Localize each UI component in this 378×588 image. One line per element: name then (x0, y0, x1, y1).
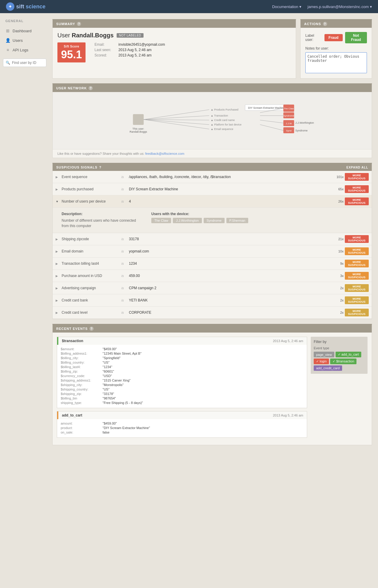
signal-name: Transaction billing last4 (62, 261, 121, 266)
expand-all-button[interactable]: EXPAND ALL (346, 166, 368, 169)
field-label: $shipping_city: (61, 383, 100, 387)
svg-text:▲ Platform for last device: ▲ Platform for last device (211, 123, 242, 126)
signal-row[interactable]: ▼ Number of users per device is 4 26x MO… (53, 195, 372, 208)
suspicious-signals-panel: SUSPICIOUS SIGNALS ? EXPAND ALL ▶ Event … (52, 163, 372, 319)
user-tag[interactable]: J.J.Worthington (173, 218, 202, 223)
signal-is: is (121, 274, 129, 278)
notes-textarea[interactable]: Cancelled order; Obvious fraudster (305, 52, 367, 73)
dashboard-icon: ⊞ (5, 28, 10, 33)
signal-name: Shipping zipcode (62, 237, 121, 241)
signal-value: yopmail.com (129, 249, 332, 253)
help-icon[interactable]: ? (77, 22, 81, 26)
field-label: $amount: (61, 347, 100, 351)
signal-value: DIY Scream Extractor Machine (129, 187, 332, 191)
filter-tag[interactable]: add_credit_card (314, 365, 342, 371)
field-label: $billing_last4: (61, 365, 100, 369)
fraud-button[interactable]: Fraud (324, 34, 343, 41)
email-field-row: Email: invisible26451@yopmail.com (94, 42, 291, 47)
field-value: "Free Shipping (5 - 8 days)" (103, 401, 143, 405)
signal-row[interactable]: ▶ Purchase amount in USD is 459.00 3x MO… (53, 270, 372, 282)
svg-line-18 (260, 125, 284, 131)
signals-header: SUSPICIOUS SIGNALS ? EXPAND ALL (53, 164, 372, 171)
filter-tag[interactable]: ✓ add_to_cart (336, 352, 361, 357)
event-field-row: $shipping_city: "Monstropolis" (61, 383, 303, 387)
signal-is: is (121, 298, 129, 302)
logo: ✦ sift science (6, 2, 45, 11)
filter-panel: Filter by Event type page_view✓ add_to_c… (311, 337, 368, 441)
signal-arrow: ▶ (56, 274, 60, 278)
feedback-link[interactable]: feedback@siftscience.com (145, 152, 185, 155)
signal-row[interactable]: ▶ Event sequence is /appliances, /bath, … (53, 171, 372, 183)
field-value: "DIY Scream Extractor Machine" (103, 426, 150, 430)
signal-value: YETI BANK (129, 298, 332, 302)
signal-row[interactable]: ▶ Products purchased is DIY Scream Extra… (53, 183, 372, 195)
user-tag[interactable]: P.Sherman (226, 218, 249, 223)
not-fraud-button[interactable]: Not Fraud (345, 32, 367, 43)
field-label: $shipping_address1: (61, 379, 100, 382)
users-icon: 👤 (5, 38, 10, 43)
user-menu[interactable]: james.p.sullivan@MonstersInc.com ▾ (307, 4, 372, 9)
field-label: $shipping_country: (61, 388, 100, 391)
event-field-row: $billing_country: "US" (61, 361, 303, 364)
signal-row[interactable]: ▶ Email domain is yopmail.com 10x MORE S… (53, 245, 372, 258)
user-info-grid: Sift Score 95.1 Email: invisible26451@yo… (57, 42, 291, 62)
help-icon[interactable]: ? (99, 166, 102, 169)
network-body: This user: Randall.Boggs ▲ Products Purc… (53, 92, 372, 149)
search-input[interactable] (12, 61, 44, 65)
signal-value: CPM campaign 2 (129, 286, 332, 290)
signal-arrow: ▶ (56, 175, 60, 179)
actions-panel: ACTIONS ? Label user: Fraud Not Fraud No… (300, 19, 372, 79)
user-tag[interactable]: Syndrome (204, 218, 225, 223)
field-value: "US" (103, 361, 109, 364)
signal-value: 459.00 (129, 274, 332, 278)
network-graph: This user: Randall.Boggs ▲ Products Purc… (57, 96, 368, 144)
actions-header: ACTIONS ? (301, 20, 372, 28)
signal-row[interactable]: ▶ Credit card level is CORPORATE 2x MORE… (53, 307, 372, 319)
top-row: SUMMARY ? User Randall.Boggs NOT LABELED… (52, 19, 372, 79)
main-content: SUMMARY ? User Randall.Boggs NOT LABELED… (49, 13, 378, 588)
svg-text:▲ Credit card name: ▲ Credit card name (211, 119, 235, 122)
network-footer: Like this or have suggestions? Share you… (53, 149, 372, 158)
field-value: "US" (103, 388, 109, 391)
signal-row[interactable]: ▶ Shipping zipcode is 33178 21x MORE SUS… (53, 233, 372, 245)
user-tag[interactable]: The Claw (151, 218, 171, 223)
user-title-row: User Randall.Boggs NOT LABELED (57, 32, 291, 39)
help-icon[interactable]: ? (89, 327, 94, 331)
signal-row[interactable]: ▶ Credit card bank is YETI BANK 2x MORE … (53, 294, 372, 307)
signal-is: is (121, 249, 129, 253)
documentation-link[interactable]: Documentation ▾ (272, 4, 301, 9)
signal-row[interactable]: ▶ Transaction billing last4 is 1234 9x M… (53, 258, 372, 270)
help-icon[interactable]: ? (89, 86, 93, 90)
top-nav-right: Documentation ▾ james.p.sullivan@Monster… (272, 4, 372, 9)
signal-row[interactable]: ▶ Advertising campaign is CPM campaign 2… (53, 282, 372, 294)
signal-badge: MORE SUSPICIOUS (345, 173, 369, 181)
event-type: $transaction (62, 339, 83, 343)
signal-count: 3x (332, 274, 344, 278)
signal-badge: MORE SUSPICIOUS (345, 260, 369, 267)
signal-arrow: ▶ (56, 287, 60, 290)
expanded-users: Users with the device: The ClawJ.J.Worth… (151, 212, 248, 229)
signal-value: 1234 (129, 261, 332, 266)
events-body: $transaction 2013 Aug 5, 2:46 am $amount… (53, 333, 372, 445)
filter-tag[interactable]: ✓ login (314, 359, 329, 364)
sidebar-item-api-logs[interactable]: ≡ API Logs (3, 45, 46, 54)
signal-count: 101x (332, 175, 344, 179)
top-nav: ✦ sift science Documentation ▾ james.p.s… (0, 0, 378, 13)
signal-count: 65x (332, 187, 344, 191)
filter-tag[interactable]: page_view (314, 352, 334, 357)
svg-rect-0 (133, 114, 144, 125)
sidebar-section-label: GENERAL (3, 19, 46, 23)
help-icon[interactable]: ? (323, 22, 327, 26)
svg-line-3 (144, 110, 209, 120)
field-value: "1234" (103, 365, 112, 369)
sidebar-item-label: Users (13, 38, 23, 43)
sidebar-item-users[interactable]: 👤 Users (3, 36, 46, 45)
filter-tag[interactable]: ✓ $transaction (330, 359, 356, 364)
desc-title: Description: (62, 212, 139, 216)
event-time: 2013 Aug 5, 2:46 am (273, 414, 303, 417)
user-search-box[interactable]: 🔍 (3, 59, 46, 67)
search-icon: 🔍 (6, 61, 10, 65)
sidebar-item-dashboard[interactable]: ⊞ Dashboard (3, 26, 46, 35)
event-field-row: $billing_city: "Springfield" (61, 356, 303, 360)
signal-badge: MORE SUSPICIOUS (345, 284, 369, 292)
